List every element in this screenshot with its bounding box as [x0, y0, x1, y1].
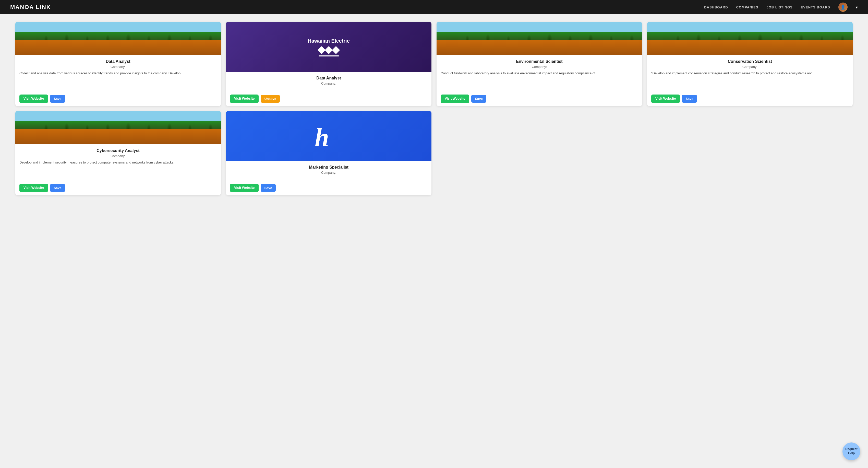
- save-button-4[interactable]: Save: [682, 95, 697, 103]
- navbar: MANOA LINK DASHBOARD COMPANIES JOB LISTI…: [0, 0, 868, 14]
- card-image-nature-5: [15, 111, 221, 144]
- card-image-nature-1: [15, 22, 221, 55]
- card-cybersecurity-analyst: Cybersecurity Analyst Company: Develop a…: [15, 111, 221, 195]
- cards-row-1: Data Analyst Company: Collect and analyz…: [15, 22, 853, 106]
- visit-website-button-2[interactable]: Visit Website: [230, 94, 258, 103]
- hawaiian-electric-title: Hawaiian Electric: [308, 37, 350, 44]
- diamond-1: [318, 46, 326, 54]
- blue-logo-bg: h: [226, 111, 431, 161]
- card-company-1: Company:: [20, 65, 217, 69]
- card-data-analyst-1: Data Analyst Company: Collect and analyz…: [15, 22, 221, 106]
- card-actions-2: Visit Website Unsave: [226, 91, 431, 106]
- card-environmental-scientist: Environmental Scientist Company: Conduct…: [437, 22, 642, 106]
- wave-line: [319, 55, 339, 56]
- card-body-2: Data Analyst Company:: [226, 72, 431, 91]
- visit-website-button-4[interactable]: Visit Website: [651, 94, 680, 103]
- brand-logo: MANOA LINK: [10, 4, 51, 10]
- card-company-4: Company:: [651, 65, 848, 69]
- hawaiian-electric-logo: [319, 47, 339, 56]
- visit-website-button-5[interactable]: Visit Website: [20, 184, 48, 192]
- nav-companies[interactable]: COMPANIES: [736, 5, 758, 9]
- svg-text:h: h: [315, 123, 329, 150]
- card-actions-6: Visit Website Save: [226, 181, 431, 195]
- card-company-3: Company:: [441, 65, 638, 69]
- card-marketing-specialist: h Marketing Specialist Company: Visit We…: [226, 111, 431, 195]
- cards-row-2: Cybersecurity Analyst Company: Develop a…: [15, 111, 853, 195]
- nav-events-board[interactable]: EVENTS BOARD: [801, 5, 830, 9]
- card-body-5: Cybersecurity Analyst Company: Develop a…: [15, 144, 221, 181]
- diamond-2: [325, 46, 333, 54]
- card-description-4: "Develop and implement conservation stra…: [651, 71, 848, 87]
- card-actions-1: Visit Website Save: [15, 91, 221, 106]
- brand-text: MANOA LINK: [10, 4, 51, 10]
- card-title-6: Marketing Specialist: [230, 165, 427, 170]
- card-actions-5: Visit Website Save: [15, 181, 221, 195]
- user-avatar-button[interactable]: 👤: [838, 3, 847, 12]
- card-title-4: Conservation Scientist: [651, 59, 848, 64]
- request-help-button[interactable]: Request Help: [842, 442, 860, 460]
- card-title-1: Data Analyst: [20, 59, 217, 64]
- save-button-3[interactable]: Save: [471, 95, 486, 103]
- avatar-image: 👤: [838, 3, 847, 12]
- save-button-5[interactable]: Save: [50, 184, 65, 192]
- hawaiian-electric-text: Hawaiian Electric: [308, 38, 350, 44]
- card-body-3: Environmental Scientist Company: Conduct…: [437, 55, 642, 91]
- visit-website-button-3[interactable]: Visit Website: [441, 94, 469, 103]
- card-title-5: Cybersecurity Analyst: [20, 148, 217, 153]
- card-company-2: Company:: [230, 82, 427, 85]
- save-button-6[interactable]: Save: [261, 184, 276, 192]
- nav-dashboard[interactable]: DASHBOARD: [704, 5, 728, 9]
- card-company-6: Company:: [230, 171, 427, 174]
- avatar-dropdown-arrow[interactable]: ▾: [856, 5, 858, 10]
- card-image-nature-3: [437, 22, 642, 55]
- card-data-analyst-hawaiian: Hawaiian Electric Data Analyst Company: …: [226, 22, 431, 106]
- hawaiian-electric-logo-bg: Hawaiian Electric: [226, 22, 431, 72]
- visit-website-button-6[interactable]: Visit Website: [230, 184, 258, 192]
- save-button-1[interactable]: Save: [50, 95, 65, 103]
- nav-job-listings[interactable]: JOB LISTINGS: [766, 5, 793, 9]
- card-title-2: Data Analyst: [230, 76, 427, 81]
- card-body-4: Conservation Scientist Company: "Develop…: [647, 55, 853, 91]
- card-body-1: Data Analyst Company: Collect and analyz…: [15, 55, 221, 91]
- main-content: Data Analyst Company: Collect and analyz…: [0, 14, 868, 203]
- diamond-row-1: [319, 47, 339, 53]
- nav-links: DASHBOARD COMPANIES JOB LISTINGS EVENTS …: [704, 3, 858, 12]
- card-description-5: Develop and implement security measures …: [20, 160, 217, 177]
- card-title-3: Environmental Scientist: [441, 59, 638, 64]
- card-body-6: Marketing Specialist Company:: [226, 161, 431, 181]
- card-actions-3: Visit Website Save: [437, 91, 642, 106]
- card-company-5: Company:: [20, 154, 217, 158]
- visit-website-button-1[interactable]: Visit Website: [20, 94, 48, 103]
- card-description-1: Collect and analyze data from various so…: [20, 71, 217, 87]
- unsave-button-2[interactable]: Unsave: [261, 95, 280, 103]
- card-actions-4: Visit Website Save: [647, 91, 853, 106]
- handshake-logo-icon: h: [313, 119, 344, 153]
- card-description-3: Conduct fieldwork and laboratory analysi…: [441, 71, 638, 87]
- card-image-nature-4: [647, 22, 853, 55]
- card-conservation-scientist: Conservation Scientist Company: "Develop…: [647, 22, 853, 106]
- diamond-3: [332, 46, 340, 54]
